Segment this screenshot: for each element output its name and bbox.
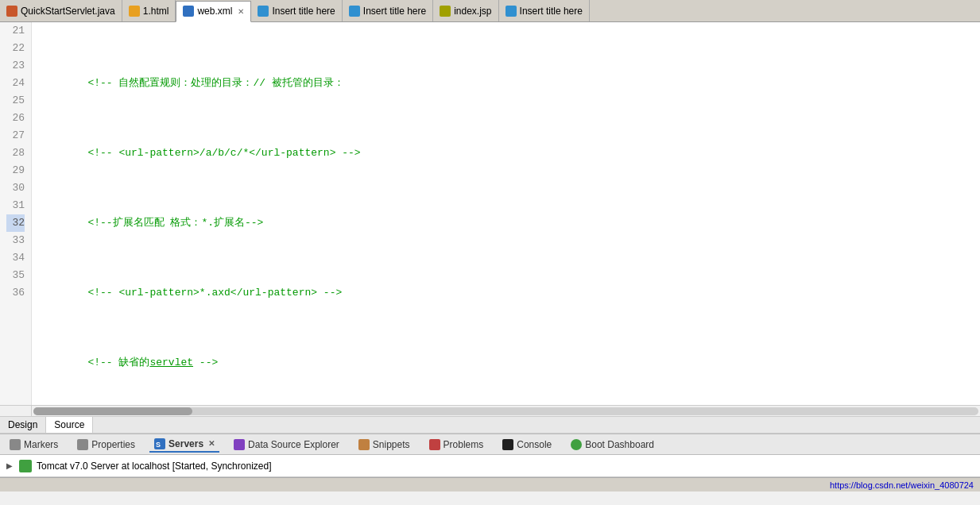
problems-icon — [429, 439, 440, 450]
browser-icon-2 — [349, 6, 360, 17]
svg-rect-0 — [10, 439, 21, 450]
server-icon — [19, 460, 32, 472]
tab-design-label: Design — [8, 419, 37, 430]
panel-tab-console[interactable]: Console — [498, 438, 556, 452]
server-item[interactable]: ▶ Tomcat v7.0 Server at localhost [Start… — [6, 460, 271, 472]
tab-quickstart-label: QuickStartServlet.java — [21, 6, 115, 17]
panel-tab-servers-close[interactable]: ✕ — [208, 439, 215, 448]
svg-rect-7 — [502, 439, 513, 450]
line-numbers: 21 22 23 24 25 26 27 28 29 30 31 32 33 3… — [0, 22, 32, 405]
tab-indexjsp[interactable]: index.jsp — [433, 0, 498, 21]
svg-rect-4 — [234, 439, 245, 450]
browser-icon-3 — [505, 6, 517, 17]
tab-webxml-label: web.xml — [197, 6, 232, 17]
properties-icon — [77, 439, 88, 450]
tab-html[interactable]: 1.html — [122, 0, 176, 21]
code-line-24: <!-- <url-pattern>*.axd</url-pattern> --… — [38, 284, 980, 302]
server-item-label: Tomcat v7.0 Server at localhost [Started… — [37, 461, 271, 472]
scrollbar-track[interactable] — [33, 407, 978, 415]
tab-title1-label: Insert title here — [272, 6, 335, 17]
html-icon — [129, 6, 140, 17]
svg-rect-1 — [77, 439, 88, 450]
tab-source-label: Source — [54, 419, 84, 430]
panel-tab-datasource[interactable]: Data Source Explorer — [229, 438, 344, 452]
code-line-23: <!--扩展名匹配 格式：*.扩展名--> — [38, 214, 980, 232]
status-url[interactable]: https://blog.csdn.net/weixin_4080724 — [830, 480, 974, 490]
boot-icon — [571, 439, 582, 450]
svg-rect-6 — [429, 439, 440, 450]
svg-point-8 — [571, 439, 582, 450]
horizontal-scrollbar[interactable] — [0, 405, 980, 416]
code-line-21: <!-- 自然配置规则：处理的目录：// 被托管的目录： — [38, 75, 980, 92]
panel-tab-markers[interactable]: Markers — [5, 438, 63, 452]
tab-webxml[interactable]: web.xml ✕ — [176, 1, 251, 22]
editor-container: 21 22 23 24 25 26 27 28 29 30 31 32 33 3… — [0, 22, 980, 416]
panel-tab-servers[interactable]: S Servers ✕ — [149, 437, 219, 453]
panel-tab-datasource-label: Data Source Explorer — [248, 439, 339, 450]
scrollbar-thumb[interactable] — [33, 407, 192, 415]
panel-tab-properties-label: Properties — [91, 439, 135, 450]
tab-indexjsp-label: index.jsp — [454, 6, 491, 17]
code-area[interactable]: <!-- 自然配置规则：处理的目录：// 被托管的目录： <!-- <url-p… — [32, 22, 980, 405]
svg-text:S: S — [156, 441, 161, 449]
tab-html-label: 1.html — [143, 6, 169, 17]
panel-tab-problems-label: Problems — [444, 439, 484, 450]
tab-title3[interactable]: Insert title here — [499, 0, 590, 21]
tab-quickstart[interactable]: QuickStartServlet.java — [0, 0, 122, 21]
expand-arrow[interactable]: ▶ — [6, 461, 13, 470]
tab-source[interactable]: Source — [46, 417, 93, 433]
tab-design[interactable]: Design — [0, 417, 46, 433]
datasource-icon — [234, 439, 245, 450]
panel-tab-servers-label: Servers — [168, 438, 203, 449]
panel-bar: Markers Properties S Servers ✕ Data Sour… — [0, 434, 980, 455]
xml-icon — [183, 6, 194, 17]
editor-content: 21 22 23 24 25 26 27 28 29 30 31 32 33 3… — [0, 22, 980, 405]
markers-icon — [10, 439, 21, 450]
java-icon — [6, 6, 17, 17]
tab-bar: QuickStartServlet.java 1.html web.xml ✕ … — [0, 0, 980, 22]
code-line-25: <!-- 缺省的servlet --> — [38, 354, 980, 372]
panel-tab-snippets[interactable]: Snippets — [354, 438, 415, 452]
panel-tab-markers-label: Markers — [24, 439, 58, 450]
status-bar: https://blog.csdn.net/weixin_4080724 — [0, 477, 980, 492]
tab-title3-label: Insert title here — [520, 6, 583, 17]
browser-icon-1 — [258, 6, 269, 17]
tab-title2[interactable]: Insert title here — [343, 0, 433, 21]
bottom-tabs: Design Source — [0, 416, 980, 434]
tab-title2-label: Insert title here — [363, 6, 426, 17]
panel-content: ▶ Tomcat v7.0 Server at localhost [Start… — [0, 455, 980, 477]
svg-rect-5 — [358, 439, 370, 450]
tab-title1[interactable]: Insert title here — [251, 0, 342, 21]
code-line-22: <!-- <url-pattern>/a/b/c/*</url-pattern>… — [38, 145, 980, 162]
panel-tab-problems[interactable]: Problems — [424, 438, 489, 452]
panel-tab-snippets-label: Snippets — [373, 439, 410, 450]
panel-tab-console-label: Console — [517, 439, 552, 450]
tab-webxml-close[interactable]: ✕ — [238, 7, 244, 16]
panel-tab-boot[interactable]: Boot Dashboard — [566, 438, 659, 452]
snippets-icon — [358, 439, 370, 450]
jsp-icon — [440, 6, 451, 17]
panel-tab-boot-label: Boot Dashboard — [585, 439, 654, 450]
servers-icon: S — [154, 438, 165, 449]
console-icon — [502, 439, 513, 450]
panel-tab-properties[interactable]: Properties — [72, 438, 140, 452]
